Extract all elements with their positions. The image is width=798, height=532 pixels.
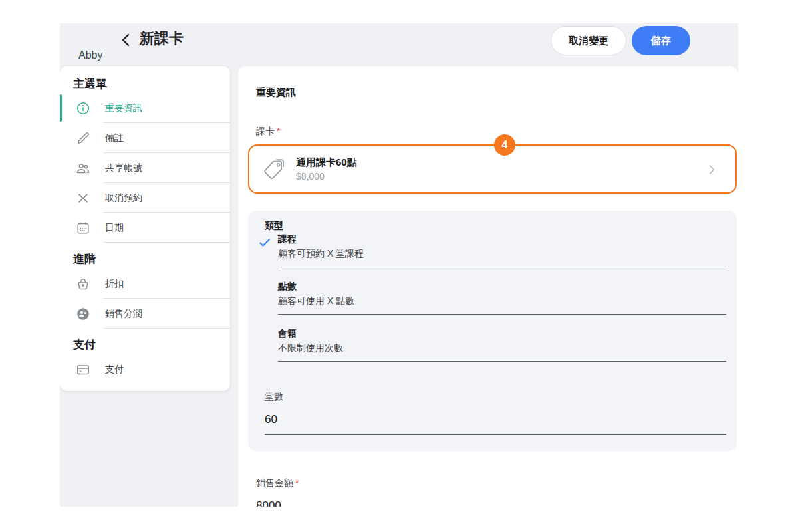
sidebar-item-discounts[interactable]: 折扣	[60, 269, 230, 299]
sidebar-item-notes[interactable]: 備註	[60, 123, 230, 153]
x-icon	[76, 191, 90, 205]
sidebar-item-label: 日期	[105, 222, 124, 234]
sessions-field: 堂數 60	[265, 391, 726, 435]
page-title: 新課卡	[140, 29, 184, 49]
save-button[interactable]: 儲存	[632, 26, 690, 55]
check-placeholder	[258, 279, 278, 327]
chevron-left-icon	[118, 32, 136, 48]
type-option-title: 點數	[278, 279, 726, 293]
course-card-label: 課卡*	[256, 126, 737, 138]
type-option-title: 課程	[278, 232, 726, 245]
selected-card-text: 通用課卡60點 $8,000	[296, 156, 357, 182]
people-icon	[76, 161, 90, 176]
type-option-body: 課程 顧客可預約 X 堂課程	[278, 232, 726, 267]
sessions-label: 堂數	[265, 391, 726, 403]
sessions-underline	[265, 434, 726, 435]
app-window: 新課卡 Abby 取消變更 儲存 主選單 重要資訊 備註	[60, 23, 738, 507]
sidebar-item-cancel-booking[interactable]: 取消預約	[60, 183, 230, 213]
main-panel: 重要資訊 課卡* 4 通用課卡60點 $8,000 類型	[238, 66, 738, 507]
sale-amount-input[interactable]: 8000	[256, 499, 737, 507]
sidebar-item-revenue-share[interactable]: 銷售分潤	[60, 299, 230, 329]
credit-card-icon	[76, 362, 90, 377]
calendar-icon	[76, 221, 90, 235]
required-asterisk: *	[295, 477, 299, 488]
required-asterisk: *	[277, 126, 280, 136]
type-option-description: 不限制使用次數	[278, 341, 726, 354]
selected-card-price: $8,000	[296, 171, 357, 182]
sidebar-section-advanced: 進階	[60, 243, 230, 269]
check-icon	[258, 232, 278, 279]
sidebar-item-label: 支付	[105, 364, 124, 376]
type-option-body: 會籍 不限制使用次數	[278, 327, 726, 362]
course-card-selector[interactable]: 4 通用課卡60點 $8,000	[248, 144, 737, 194]
type-label: 類型	[265, 220, 726, 232]
type-option-membership[interactable]: 會籍 不限制使用次數	[258, 327, 726, 374]
selected-card-name: 通用課卡60點	[296, 156, 357, 169]
sidebar-item-label: 重要資訊	[105, 102, 142, 114]
type-option-description: 顧客可使用 X 點數	[278, 294, 726, 307]
price-tag-icon	[261, 156, 287, 182]
page-subtitle: Abby	[78, 49, 102, 61]
sidebar-item-label: 折扣	[105, 278, 124, 290]
sidebar-item-shared-accounts[interactable]: 共享帳號	[60, 153, 230, 183]
type-option-description: 顧客可預約 X 堂課程	[278, 247, 726, 260]
cancel-changes-button[interactable]: 取消變更	[551, 26, 626, 55]
sidebar-item-label: 取消預約	[105, 192, 142, 204]
sidebar-item-payment[interactable]: 支付	[60, 354, 230, 384]
sidebar: 主選單 重要資訊 備註 共享帳號	[60, 66, 230, 391]
info-icon	[76, 101, 90, 116]
revenue-share-icon	[76, 307, 90, 321]
chevron-right-icon	[705, 163, 718, 176]
type-option-course[interactable]: 課程 顧客可預約 X 堂課程	[258, 232, 726, 279]
pencil-icon	[76, 131, 90, 146]
type-group: 類型 課程 顧客可預約 X 堂課程 點數 顧客可使用 X 點數	[248, 211, 737, 451]
sidebar-section-main: 主選單	[60, 66, 230, 93]
sale-amount-label: 銷售金額*	[256, 477, 737, 489]
type-option-title: 會籍	[278, 327, 726, 340]
basket-icon	[76, 277, 90, 291]
sale-amount-field: 8000	[256, 499, 737, 507]
sidebar-item-dates[interactable]: 日期	[60, 213, 230, 243]
back-button[interactable]	[118, 31, 136, 49]
type-option-points[interactable]: 點數 顧客可使用 X 點數	[258, 279, 726, 327]
step-badge: 4	[494, 134, 515, 156]
sidebar-item-label: 備註	[105, 132, 124, 144]
type-option-body: 點數 顧客可使用 X 點數	[278, 279, 726, 315]
sidebar-item-label: 共享帳號	[105, 162, 142, 174]
sidebar-item-label: 銷售分潤	[105, 308, 142, 320]
page: 新課卡 Abby 取消變更 儲存 主選單 重要資訊 備註	[0, 0, 798, 532]
sessions-input[interactable]: 60	[265, 413, 726, 426]
section-title: 重要資訊	[256, 86, 737, 99]
sidebar-section-payment: 支付	[60, 329, 230, 354]
check-placeholder	[258, 327, 278, 374]
sidebar-item-important-info[interactable]: 重要資訊	[60, 93, 230, 123]
